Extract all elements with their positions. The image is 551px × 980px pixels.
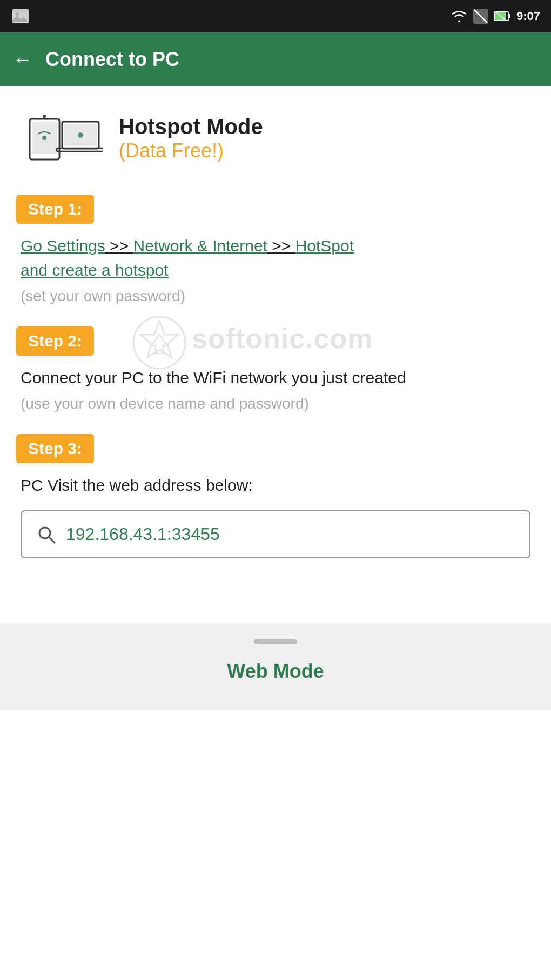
search-icon [37,525,56,544]
step2-content: Connect your PC to the WiFi network you … [16,365,535,412]
svg-point-1 [16,12,19,16]
step2-note: (use your own device name and password) [21,395,530,412]
step1-note: (set your own password) [21,288,530,305]
mode-text: Hotspot Mode (Data Free!) [119,114,263,162]
status-icons: 9:07 [451,9,540,24]
url-box[interactable]: 192.168.43.1:33455 [21,510,530,558]
status-time: 9:07 [516,9,540,23]
step3-badge: Step 3: [16,434,94,463]
main-content: Hotspot Mode (Data Free!) Step 1: Go Set… [0,86,551,623]
svg-point-10 [43,115,46,118]
bottom-handle [254,639,297,644]
step2-badge: Step 2: [16,326,94,356]
url-text: 192.168.43.1:33455 [66,524,220,544]
signal-icon [473,9,488,24]
mode-subtitle: (Data Free!) [119,139,263,162]
step1-container: Step 1: Go Settings >> Network & Interne… [16,195,535,305]
status-bar: 9:07 [0,0,551,32]
svg-rect-13 [57,148,103,151]
image-icon [11,6,30,26]
svg-rect-5 [508,14,510,18]
back-button[interactable]: ← [13,50,32,69]
svg-point-15 [78,132,83,138]
mode-header: Hotspot Mode (Data Free!) [16,108,535,168]
svg-line-19 [49,537,55,543]
step2-container: Step 2: Connect your PC to the WiFi netw… [16,326,535,412]
toolbar: ← Connect to PC [0,32,551,86]
toolbar-title: Connect to PC [45,48,179,71]
battery-icon [494,10,511,22]
wifi-icon [451,9,468,23]
bottom-section[interactable]: Web Mode [0,623,551,710]
mode-title: Hotspot Mode [119,114,263,139]
step1-link-text[interactable]: Go Settings >> Network & Internet >> Hot… [21,234,530,282]
step3-content: PC Visit the web address below: 192.168.… [16,473,535,558]
step2-desc: Connect your PC to the WiFi network you … [21,365,530,390]
device-illustration [27,108,103,168]
step1-badge: Step 1: [16,195,94,224]
bottom-mode-label[interactable]: Web Mode [227,660,324,683]
step3-desc: PC Visit the web address below: [21,473,530,497]
svg-point-14 [42,136,46,140]
step3-container: Step 3: PC Visit the web address below: … [16,434,535,558]
step1-content: Go Settings >> Network & Internet >> Hot… [16,234,535,305]
